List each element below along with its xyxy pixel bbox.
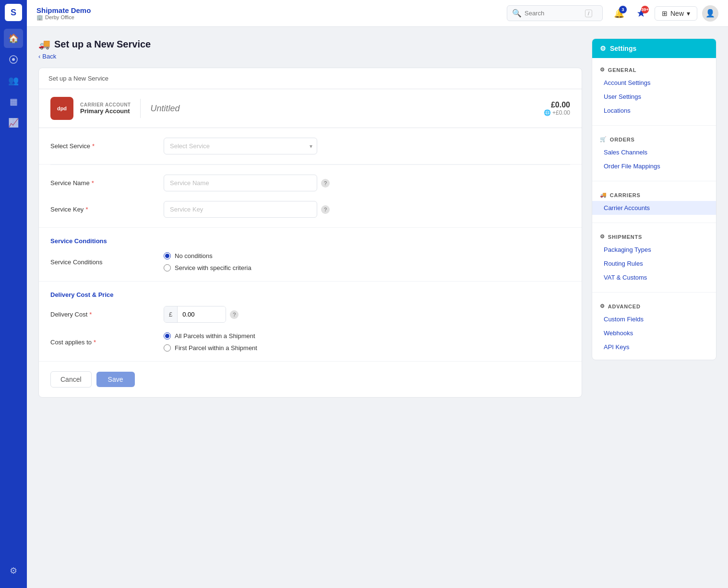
sidebar: S 🏠 👥 ▦ 📈 ⚙ xyxy=(0,0,27,588)
back-link[interactable]: ‹ Back xyxy=(38,53,582,60)
sidebar-item-settings[interactable]: ⚙ xyxy=(4,561,23,580)
radio-first-parcel-input[interactable] xyxy=(164,344,171,352)
settings-link-account[interactable]: Account Settings xyxy=(592,76,716,90)
sidebar-bottom: ⚙ xyxy=(4,561,23,584)
settings-shipments-title: ⚙ Shipments xyxy=(592,231,716,243)
form-card-header: Set up a New Service xyxy=(39,68,582,89)
updates-button[interactable]: 39+ xyxy=(633,5,650,22)
sidebar-item-home[interactable]: 🏠 xyxy=(4,29,23,48)
shipments-icon: ⚙ xyxy=(600,234,605,240)
settings-link-locations[interactable]: Locations xyxy=(592,104,716,118)
radio-all-parcels-input[interactable] xyxy=(164,332,171,340)
service-conditions-title: Service Conditions xyxy=(50,237,570,245)
brand-name: Shipmate Demo xyxy=(36,6,91,14)
settings-advanced-title: ⚙ Advanced xyxy=(592,300,716,312)
right-sidebar: ⚙ Settings ⚙ General Account Settings Us… xyxy=(592,38,716,576)
carriers-icon: 🚚 xyxy=(600,192,607,198)
settings-orders-section: 🛒 Orders Sales Channels Order File Mappi… xyxy=(592,128,716,179)
settings-header: ⚙ Settings xyxy=(592,39,716,58)
select-service-label: Select Service * xyxy=(50,142,156,150)
radio-first-parcel[interactable]: First Parcel within a Shipment xyxy=(164,344,257,352)
price-globe-icon: 🌐 xyxy=(544,109,551,116)
sidebar-item-barcode[interactable]: ▦ xyxy=(4,92,23,111)
search-shortcut: / xyxy=(585,10,592,17)
main-panel: 🚚 Set up a New Service ‹ Back Set up a N… xyxy=(38,38,582,576)
sidebar-item-analytics[interactable]: 📈 xyxy=(4,113,23,132)
updates-badge: 39+ xyxy=(641,6,649,13)
settings-gear-icon: ⚙ xyxy=(600,45,606,52)
service-key-help-icon[interactable]: ? xyxy=(321,205,330,214)
select-service-field: Select Service ▾ xyxy=(164,138,570,154)
topbar-actions: 🔔 3 39+ ⊞ New ▾ 👤 xyxy=(610,5,718,22)
notifications-button[interactable]: 🔔 3 xyxy=(610,5,628,22)
general-gear-icon: ⚙ xyxy=(600,67,605,73)
service-name-help-icon[interactable]: ? xyxy=(321,179,330,188)
avatar-button[interactable]: 👤 xyxy=(702,5,718,22)
settings-link-webhooks[interactable]: Webhooks xyxy=(592,326,716,340)
search-box[interactable]: 🔍 / xyxy=(507,5,603,21)
service-name-label: Service Name * xyxy=(50,179,156,187)
orders-icon: 🛒 xyxy=(600,136,607,142)
settings-link-order-file-mappings[interactable]: Order File Mappings xyxy=(592,159,716,173)
settings-link-custom-fields[interactable]: Custom Fields xyxy=(592,312,716,326)
svg-point-1 xyxy=(12,58,15,61)
search-icon: 🔍 xyxy=(512,9,522,18)
radio-no-conditions-input[interactable] xyxy=(164,252,171,259)
settings-link-routing-rules[interactable]: Routing Rules xyxy=(592,257,716,270)
sidebar-top: S 🏠 👥 ▦ 📈 xyxy=(4,4,23,132)
carrier-divider xyxy=(140,99,141,118)
settings-divider-2 xyxy=(592,181,716,181)
service-key-input[interactable] xyxy=(164,201,317,218)
sidebar-item-grid[interactable] xyxy=(4,50,23,69)
app-logo[interactable]: S xyxy=(5,4,22,21)
form-actions: Cancel Save xyxy=(39,362,582,397)
settings-divider-1 xyxy=(592,125,716,126)
select-service-select[interactable]: Select Service xyxy=(164,138,317,154)
brand: Shipmate Demo 🏢 Derby Office xyxy=(36,6,91,21)
service-name-section: Service Name * ? Service Key * xyxy=(39,165,582,228)
settings-link-api-keys[interactable]: API Keys xyxy=(592,340,716,354)
page-header: 🚚 Set up a New Service ‹ Back xyxy=(38,38,582,60)
delivery-cost-input[interactable] xyxy=(178,306,226,322)
required-star-2: * xyxy=(92,179,94,187)
required-star: * xyxy=(92,142,95,150)
cancel-button[interactable]: Cancel xyxy=(50,371,92,388)
delivery-cost-help-icon[interactable]: ? xyxy=(230,310,239,319)
settings-link-carrier-accounts[interactable]: Carrier Accounts xyxy=(592,201,716,215)
settings-link-vat-customs[interactable]: VAT & Customs xyxy=(592,270,716,284)
carrier-account-name: Primary Account xyxy=(80,107,131,115)
settings-link-packaging-types[interactable]: Packaging Types xyxy=(592,243,716,257)
settings-link-user[interactable]: User Settings xyxy=(592,90,716,104)
page-title-icon: 🚚 xyxy=(38,38,50,50)
radio-no-conditions[interactable]: No conditions xyxy=(164,252,251,259)
currency-input-wrapper: £ xyxy=(164,306,226,323)
content-area: 🚚 Set up a New Service ‹ Back Set up a N… xyxy=(27,27,728,588)
new-chevron-icon: ▾ xyxy=(687,10,690,17)
service-conditions-field: No conditions Service with specific crit… xyxy=(164,252,570,271)
service-key-row: Service Key * ? xyxy=(50,201,570,218)
settings-link-sales-channels[interactable]: Sales Channels xyxy=(592,145,716,159)
service-name-row: Service Name * ? xyxy=(50,175,570,191)
delivery-cost-row: Delivery Cost * £ ? xyxy=(50,306,570,323)
search-input[interactable] xyxy=(525,10,582,17)
select-service-row: Select Service * Select Service ▾ xyxy=(50,138,570,154)
select-service-section: Select Service * Select Service ▾ xyxy=(39,128,582,165)
new-button[interactable]: ⊞ New ▾ xyxy=(655,6,697,21)
delivery-cost-field: £ ? xyxy=(164,306,570,323)
radio-specific-criteria[interactable]: Service with specific criteria xyxy=(164,264,251,271)
settings-general-section: ⚙ General Account Settings User Settings… xyxy=(592,58,716,123)
required-star-5: * xyxy=(94,339,96,346)
service-name-input[interactable] xyxy=(164,175,317,191)
radio-specific-input[interactable] xyxy=(164,264,171,271)
main-area: Shipmate Demo 🏢 Derby Office 🔍 / 🔔 3 39+… xyxy=(27,0,728,588)
back-chevron-icon: ‹ xyxy=(38,53,40,60)
settings-divider-4 xyxy=(592,292,716,293)
settings-carriers-section: 🚚 Carriers Carrier Accounts xyxy=(592,183,716,221)
page-title: 🚚 Set up a New Service xyxy=(38,38,582,50)
save-button[interactable]: Save xyxy=(96,372,135,387)
carrier-title-input[interactable] xyxy=(150,104,543,114)
service-conditions-row: Service Conditions No conditions Service… xyxy=(50,252,570,271)
radio-all-parcels[interactable]: All Parcels within a Shipment xyxy=(164,332,257,340)
sidebar-item-users[interactable]: 👥 xyxy=(4,71,23,90)
cost-applies-field: All Parcels within a Shipment First Parc… xyxy=(164,332,570,352)
